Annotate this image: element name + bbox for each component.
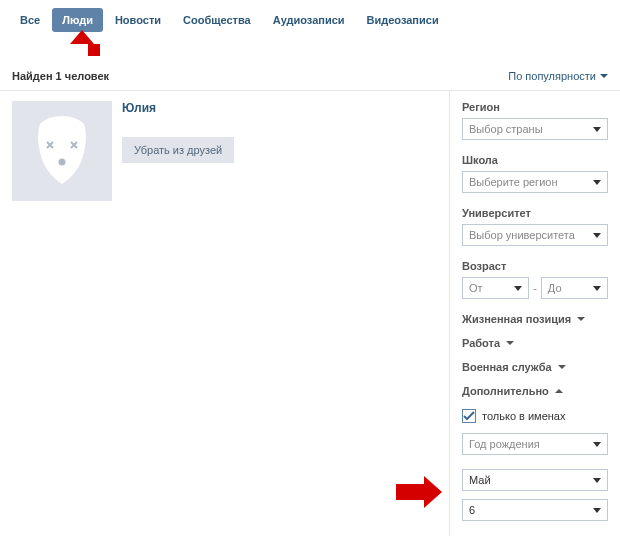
annotation-arrow-right (396, 476, 442, 508)
chevron-down-icon (600, 74, 608, 78)
person-name-link[interactable]: Юлия (122, 101, 234, 115)
age-separator: - (533, 282, 537, 294)
filter-school: Школа Выберите регион (462, 154, 608, 193)
only-names-row: только в именах (462, 409, 608, 423)
university-value: Выбор университета (469, 229, 575, 241)
remove-friend-button[interactable]: Убрать из друзей (122, 137, 234, 163)
sort-dropdown[interactable]: По популярности (508, 70, 608, 82)
age-to-value: До (548, 282, 562, 294)
check-icon (463, 411, 475, 421)
chevron-down-icon (593, 508, 601, 513)
university-select[interactable]: Выбор университета (462, 224, 608, 246)
avatar[interactable] (12, 101, 112, 201)
tab-audio[interactable]: Аудиозаписи (263, 8, 355, 32)
default-avatar-icon (32, 116, 92, 186)
birth-day-group: 6 (462, 499, 608, 521)
birth-year-value: Год рождения (469, 438, 540, 450)
school-label: Школа (462, 154, 608, 166)
school-select[interactable]: Выберите регион (462, 171, 608, 193)
tab-communities[interactable]: Сообщества (173, 8, 261, 32)
only-names-checkbox[interactable] (462, 409, 476, 423)
birth-year-group: Год рождения (462, 433, 608, 455)
filter-region: Регион Выбор страны (462, 101, 608, 140)
filter-additional-toggle[interactable]: Дополнительно (462, 385, 608, 397)
filter-university: Университет Выбор университета (462, 207, 608, 246)
filters-panel: Регион Выбор страны Школа Выберите регио… (450, 91, 620, 536)
tab-video[interactable]: Видеозаписи (357, 8, 449, 32)
chevron-down-icon (593, 180, 601, 185)
tab-people[interactable]: Люди (52, 8, 103, 32)
university-label: Университет (462, 207, 608, 219)
chevron-down-icon (593, 478, 601, 483)
work-label: Работа (462, 337, 500, 349)
chevron-down-icon (558, 365, 566, 369)
region-value: Выбор страны (469, 123, 543, 135)
chevron-down-icon (514, 286, 522, 291)
chevron-down-icon (593, 286, 601, 291)
birth-month-value: Май (469, 474, 491, 486)
filter-life-stance-toggle[interactable]: Жизненная позиция (462, 313, 608, 325)
filter-age: Возраст От - До (462, 260, 608, 299)
svg-point-0 (59, 159, 66, 166)
chevron-down-icon (593, 442, 601, 447)
filter-military-toggle[interactable]: Военная служба (462, 361, 608, 373)
additional-label: Дополнительно (462, 385, 549, 397)
person-info: Юлия Убрать из друзей (122, 101, 234, 201)
chevron-down-icon (506, 341, 514, 345)
results-count: Найден 1 человек (12, 70, 109, 82)
chevron-down-icon (593, 233, 601, 238)
region-label: Регион (462, 101, 608, 113)
search-tabs: Все Люди Новости Сообщества Аудиозаписи … (0, 0, 620, 32)
region-select[interactable]: Выбор страны (462, 118, 608, 140)
chevron-up-icon (555, 389, 563, 393)
tab-all[interactable]: Все (10, 8, 50, 32)
birth-month-group: Май (462, 469, 608, 491)
results-header: Найден 1 человек По популярности (0, 60, 620, 91)
age-from-select[interactable]: От (462, 277, 529, 299)
birth-year-select[interactable]: Год рождения (462, 433, 608, 455)
military-label: Военная служба (462, 361, 552, 373)
chevron-down-icon (577, 317, 585, 321)
sort-label: По популярности (508, 70, 596, 82)
life-stance-label: Жизненная позиция (462, 313, 571, 325)
age-from-value: От (469, 282, 483, 294)
content-area: Юлия Убрать из друзей Регион Выбор стран… (0, 91, 620, 536)
birth-day-select[interactable]: 6 (462, 499, 608, 521)
tab-news[interactable]: Новости (105, 8, 171, 32)
annotation-arrow-up (70, 30, 94, 44)
person-row: Юлия Убрать из друзей (12, 101, 437, 201)
school-value: Выберите регион (469, 176, 557, 188)
birth-month-select[interactable]: Май (462, 469, 608, 491)
chevron-down-icon (593, 127, 601, 132)
birth-day-value: 6 (469, 504, 475, 516)
only-names-label: только в именах (482, 410, 565, 422)
age-to-select[interactable]: До (541, 277, 608, 299)
results-list: Юлия Убрать из друзей (0, 91, 450, 536)
age-label: Возраст (462, 260, 608, 272)
filter-work-toggle[interactable]: Работа (462, 337, 608, 349)
